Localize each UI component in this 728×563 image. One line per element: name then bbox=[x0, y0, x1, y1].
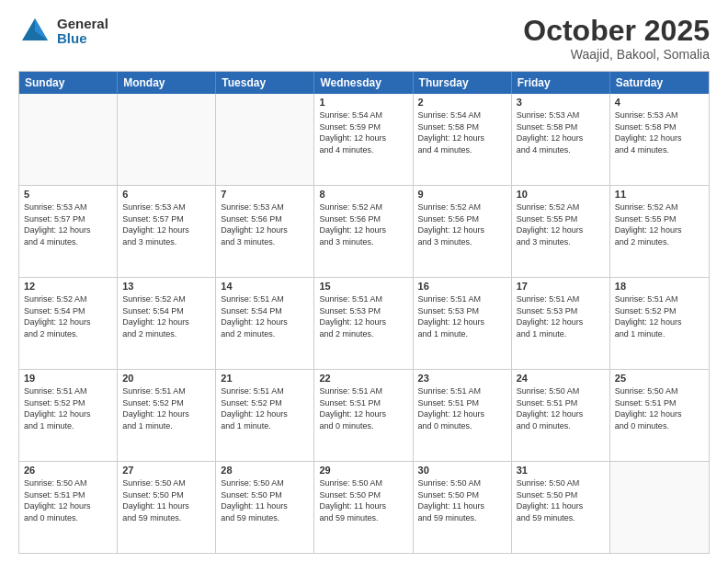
day-number: 17 bbox=[517, 281, 605, 292]
calendar-cell: 22Sunrise: 5:51 AM Sunset: 5:51 PM Dayli… bbox=[314, 370, 413, 461]
calendar-cell: 6Sunrise: 5:53 AM Sunset: 5:57 PM Daylig… bbox=[118, 186, 216, 277]
calendar-cell bbox=[118, 94, 216, 185]
day-number: 3 bbox=[517, 97, 605, 108]
calendar-cell: 19Sunrise: 5:51 AM Sunset: 5:52 PM Dayli… bbox=[19, 370, 118, 461]
calendar-cell: 18Sunrise: 5:51 AM Sunset: 5:52 PM Dayli… bbox=[610, 278, 709, 369]
day-number: 18 bbox=[615, 281, 704, 292]
calendar-cell: 2Sunrise: 5:54 AM Sunset: 5:58 PM Daylig… bbox=[414, 94, 512, 185]
calendar-cell: 20Sunrise: 5:51 AM Sunset: 5:52 PM Dayli… bbox=[118, 370, 216, 461]
calendar: SundayMondayTuesdayWednesdayThursdayFrid… bbox=[18, 71, 710, 554]
day-number: 9 bbox=[418, 189, 506, 200]
cell-detail: Sunrise: 5:54 AM Sunset: 5:58 PM Dayligh… bbox=[418, 109, 506, 155]
day-number: 19 bbox=[24, 373, 112, 384]
cell-detail: Sunrise: 5:51 AM Sunset: 5:52 PM Dayligh… bbox=[615, 293, 704, 339]
cell-detail: Sunrise: 5:50 AM Sunset: 5:51 PM Dayligh… bbox=[615, 385, 704, 431]
cell-detail: Sunrise: 5:53 AM Sunset: 5:56 PM Dayligh… bbox=[221, 201, 309, 247]
day-number: 27 bbox=[122, 465, 210, 476]
header-cell-thursday: Thursday bbox=[414, 72, 512, 94]
location: Waajid, Bakool, Somalia bbox=[523, 47, 710, 62]
calendar-cell: 17Sunrise: 5:51 AM Sunset: 5:53 PM Dayli… bbox=[512, 278, 610, 369]
title-area: October 2025 Waajid, Bakool, Somalia bbox=[523, 15, 710, 62]
calendar-cell: 29Sunrise: 5:50 AM Sunset: 5:50 PM Dayli… bbox=[314, 462, 413, 553]
day-number: 25 bbox=[615, 373, 704, 384]
calendar-cell: 8Sunrise: 5:52 AM Sunset: 5:56 PM Daylig… bbox=[314, 186, 413, 277]
cell-detail: Sunrise: 5:53 AM Sunset: 5:58 PM Dayligh… bbox=[517, 109, 605, 155]
cell-detail: Sunrise: 5:52 AM Sunset: 5:54 PM Dayligh… bbox=[122, 293, 210, 339]
cell-detail: Sunrise: 5:50 AM Sunset: 5:50 PM Dayligh… bbox=[221, 477, 309, 523]
calendar-page: General Blue October 2025 Waajid, Bakool… bbox=[0, 0, 728, 563]
cell-detail: Sunrise: 5:53 AM Sunset: 5:57 PM Dayligh… bbox=[122, 201, 210, 247]
calendar-cell: 3Sunrise: 5:53 AM Sunset: 5:58 PM Daylig… bbox=[512, 94, 610, 185]
calendar-cell: 31Sunrise: 5:50 AM Sunset: 5:50 PM Dayli… bbox=[512, 462, 610, 553]
page-header: General Blue October 2025 Waajid, Bakool… bbox=[18, 15, 710, 62]
day-number: 6 bbox=[122, 189, 210, 200]
day-number: 14 bbox=[221, 281, 309, 292]
cell-detail: Sunrise: 5:50 AM Sunset: 5:50 PM Dayligh… bbox=[418, 477, 506, 523]
cell-detail: Sunrise: 5:52 AM Sunset: 5:54 PM Dayligh… bbox=[24, 293, 112, 339]
calendar-row: 1Sunrise: 5:54 AM Sunset: 5:59 PM Daylig… bbox=[19, 94, 709, 186]
cell-detail: Sunrise: 5:52 AM Sunset: 5:56 PM Dayligh… bbox=[319, 201, 407, 247]
day-number: 16 bbox=[418, 281, 506, 292]
cell-detail: Sunrise: 5:51 AM Sunset: 5:52 PM Dayligh… bbox=[24, 385, 112, 431]
day-number: 23 bbox=[418, 373, 506, 384]
header-cell-wednesday: Wednesday bbox=[314, 72, 413, 94]
logo-general: General bbox=[57, 17, 108, 32]
calendar-cell: 7Sunrise: 5:53 AM Sunset: 5:56 PM Daylig… bbox=[216, 186, 314, 277]
cell-detail: Sunrise: 5:51 AM Sunset: 5:51 PM Dayligh… bbox=[319, 385, 407, 431]
header-cell-saturday: Saturday bbox=[610, 72, 709, 94]
cell-detail: Sunrise: 5:50 AM Sunset: 5:51 PM Dayligh… bbox=[517, 385, 605, 431]
day-number: 10 bbox=[517, 189, 605, 200]
cell-detail: Sunrise: 5:52 AM Sunset: 5:55 PM Dayligh… bbox=[517, 201, 605, 247]
calendar-body: 1Sunrise: 5:54 AM Sunset: 5:59 PM Daylig… bbox=[19, 94, 709, 553]
day-number: 12 bbox=[24, 281, 112, 292]
calendar-header: SundayMondayTuesdayWednesdayThursdayFrid… bbox=[19, 72, 709, 94]
calendar-row: 12Sunrise: 5:52 AM Sunset: 5:54 PM Dayli… bbox=[19, 278, 709, 370]
day-number: 29 bbox=[319, 465, 407, 476]
calendar-cell: 9Sunrise: 5:52 AM Sunset: 5:56 PM Daylig… bbox=[414, 186, 512, 277]
logo: General Blue bbox=[18, 15, 108, 48]
calendar-cell bbox=[216, 94, 314, 185]
day-number: 24 bbox=[517, 373, 605, 384]
header-cell-tuesday: Tuesday bbox=[216, 72, 314, 94]
calendar-row: 19Sunrise: 5:51 AM Sunset: 5:52 PM Dayli… bbox=[19, 370, 709, 462]
day-number: 21 bbox=[221, 373, 309, 384]
logo-icon bbox=[18, 15, 51, 48]
calendar-cell bbox=[610, 462, 709, 553]
day-number: 13 bbox=[122, 281, 210, 292]
calendar-cell bbox=[19, 94, 118, 185]
cell-detail: Sunrise: 5:53 AM Sunset: 5:57 PM Dayligh… bbox=[24, 201, 112, 247]
day-number: 8 bbox=[319, 189, 407, 200]
calendar-cell: 23Sunrise: 5:51 AM Sunset: 5:51 PM Dayli… bbox=[414, 370, 512, 461]
logo-blue: Blue bbox=[57, 31, 108, 47]
calendar-cell: 4Sunrise: 5:53 AM Sunset: 5:58 PM Daylig… bbox=[610, 94, 709, 185]
day-number: 26 bbox=[24, 465, 112, 476]
cell-detail: Sunrise: 5:51 AM Sunset: 5:53 PM Dayligh… bbox=[517, 293, 605, 339]
logo-text: General Blue bbox=[57, 17, 108, 47]
cell-detail: Sunrise: 5:50 AM Sunset: 5:50 PM Dayligh… bbox=[319, 477, 407, 523]
calendar-cell: 12Sunrise: 5:52 AM Sunset: 5:54 PM Dayli… bbox=[19, 278, 118, 369]
calendar-cell: 11Sunrise: 5:52 AM Sunset: 5:55 PM Dayli… bbox=[610, 186, 709, 277]
day-number: 30 bbox=[418, 465, 506, 476]
cell-detail: Sunrise: 5:52 AM Sunset: 5:56 PM Dayligh… bbox=[418, 201, 506, 247]
day-number: 1 bbox=[319, 97, 407, 108]
day-number: 20 bbox=[122, 373, 210, 384]
calendar-cell: 21Sunrise: 5:51 AM Sunset: 5:52 PM Dayli… bbox=[216, 370, 314, 461]
day-number: 5 bbox=[24, 189, 112, 200]
cell-detail: Sunrise: 5:50 AM Sunset: 5:51 PM Dayligh… bbox=[24, 477, 112, 523]
calendar-row: 26Sunrise: 5:50 AM Sunset: 5:51 PM Dayli… bbox=[19, 462, 709, 553]
calendar-cell: 5Sunrise: 5:53 AM Sunset: 5:57 PM Daylig… bbox=[19, 186, 118, 277]
cell-detail: Sunrise: 5:50 AM Sunset: 5:50 PM Dayligh… bbox=[517, 477, 605, 523]
calendar-cell: 14Sunrise: 5:51 AM Sunset: 5:54 PM Dayli… bbox=[216, 278, 314, 369]
cell-detail: Sunrise: 5:51 AM Sunset: 5:52 PM Dayligh… bbox=[122, 385, 210, 431]
cell-detail: Sunrise: 5:51 AM Sunset: 5:51 PM Dayligh… bbox=[418, 385, 506, 431]
calendar-cell: 15Sunrise: 5:51 AM Sunset: 5:53 PM Dayli… bbox=[314, 278, 413, 369]
calendar-cell: 1Sunrise: 5:54 AM Sunset: 5:59 PM Daylig… bbox=[314, 94, 413, 185]
cell-detail: Sunrise: 5:51 AM Sunset: 5:54 PM Dayligh… bbox=[221, 293, 309, 339]
month-title: October 2025 bbox=[523, 15, 710, 47]
calendar-cell: 27Sunrise: 5:50 AM Sunset: 5:50 PM Dayli… bbox=[118, 462, 216, 553]
cell-detail: Sunrise: 5:51 AM Sunset: 5:53 PM Dayligh… bbox=[319, 293, 407, 339]
cell-detail: Sunrise: 5:52 AM Sunset: 5:55 PM Dayligh… bbox=[615, 201, 704, 247]
cell-detail: Sunrise: 5:50 AM Sunset: 5:50 PM Dayligh… bbox=[122, 477, 210, 523]
day-number: 22 bbox=[319, 373, 407, 384]
header-cell-monday: Monday bbox=[118, 72, 216, 94]
